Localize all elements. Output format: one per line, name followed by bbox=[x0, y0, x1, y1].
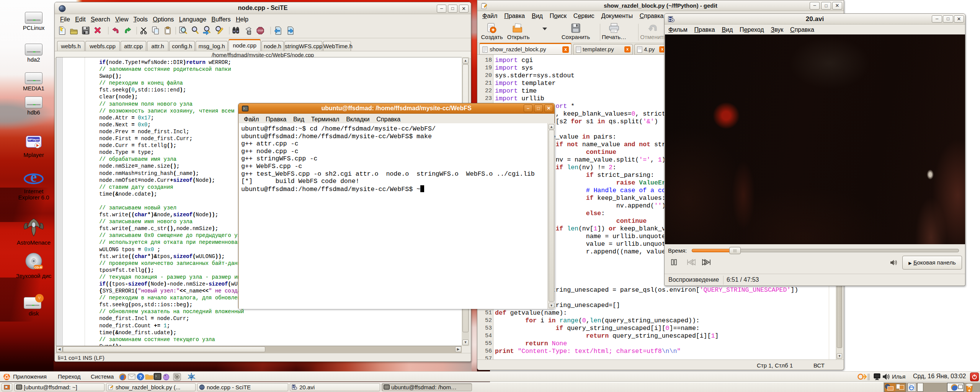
svg-text:STOP: STOP bbox=[258, 29, 263, 32]
svg-text:e: e bbox=[31, 169, 37, 185]
svg-text:?: ? bbox=[139, 374, 142, 380]
svg-text:MPlayer: MPlayer bbox=[28, 138, 40, 141]
svg-text:CD-R: CD-R bbox=[34, 266, 42, 269]
